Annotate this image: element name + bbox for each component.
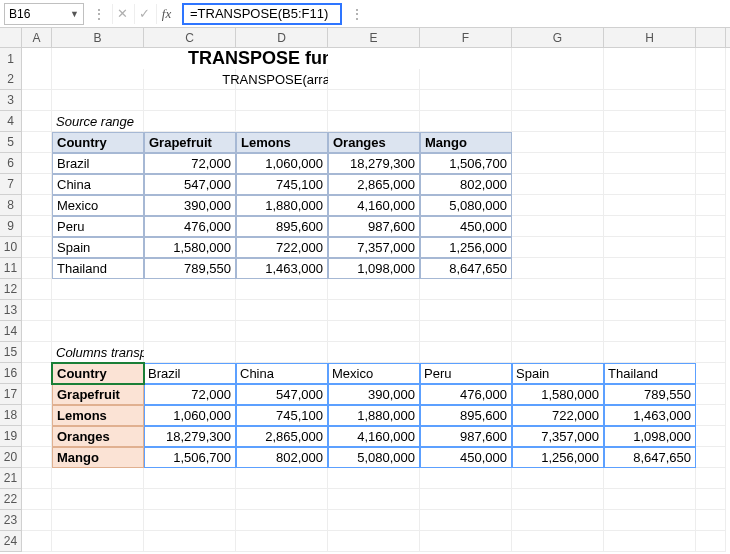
table-cell[interactable]: 547,000 bbox=[144, 174, 236, 195]
table-cell[interactable]: 476,000 bbox=[144, 216, 236, 237]
table-header[interactable]: Oranges bbox=[328, 132, 420, 153]
cell[interactable] bbox=[696, 195, 726, 216]
table-header[interactable]: Grapefruit bbox=[144, 132, 236, 153]
table-cell[interactable]: 745,100 bbox=[236, 405, 328, 426]
row-header[interactable]: 15 bbox=[0, 342, 22, 363]
cell[interactable] bbox=[512, 489, 604, 510]
row-header[interactable]: 11 bbox=[0, 258, 22, 279]
table-cell[interactable]: 8,647,650 bbox=[420, 258, 512, 279]
table-cell[interactable]: Brazil bbox=[144, 363, 236, 384]
cell[interactable] bbox=[22, 132, 52, 153]
table-cell[interactable]: 2,865,000 bbox=[236, 426, 328, 447]
table-cell[interactable]: 5,080,000 bbox=[328, 447, 420, 468]
table-cell[interactable]: 1,880,000 bbox=[236, 195, 328, 216]
cell[interactable] bbox=[144, 321, 236, 342]
cell[interactable] bbox=[22, 363, 52, 384]
cell[interactable] bbox=[696, 531, 726, 552]
cell[interactable] bbox=[420, 90, 512, 111]
page-title[interactable]: TRANSPOSE function bbox=[236, 48, 328, 70]
cell[interactable] bbox=[512, 531, 604, 552]
column-header[interactable]: G bbox=[512, 28, 604, 47]
table-cell[interactable]: 4,160,000 bbox=[328, 195, 420, 216]
table-cell[interactable]: 895,600 bbox=[236, 216, 328, 237]
cell[interactable] bbox=[604, 195, 696, 216]
cell[interactable] bbox=[696, 342, 726, 363]
fx-icon[interactable]: fx bbox=[156, 4, 176, 24]
cell[interactable] bbox=[512, 300, 604, 321]
table-cell[interactable]: 745,100 bbox=[236, 174, 328, 195]
table-cell[interactable]: 1,580,000 bbox=[144, 237, 236, 258]
table-cell[interactable]: 18,279,300 bbox=[144, 426, 236, 447]
cell[interactable] bbox=[236, 111, 328, 132]
cell[interactable] bbox=[144, 300, 236, 321]
table-cell[interactable]: Spain bbox=[512, 363, 604, 384]
cell[interactable] bbox=[236, 468, 328, 489]
cell[interactable] bbox=[696, 510, 726, 531]
cell[interactable] bbox=[420, 321, 512, 342]
table-cell[interactable]: 1,256,000 bbox=[512, 447, 604, 468]
subtitle[interactable]: TRANSPOSE(array) bbox=[236, 69, 328, 90]
table-cell[interactable]: China bbox=[236, 363, 328, 384]
cell[interactable] bbox=[52, 279, 144, 300]
column-header[interactable]: B bbox=[52, 28, 144, 47]
cell[interactable] bbox=[420, 531, 512, 552]
cell[interactable] bbox=[22, 216, 52, 237]
cell[interactable] bbox=[604, 237, 696, 258]
table-cell[interactable]: 7,357,000 bbox=[328, 237, 420, 258]
cell[interactable] bbox=[236, 300, 328, 321]
cell[interactable] bbox=[604, 153, 696, 174]
cell[interactable] bbox=[52, 510, 144, 531]
cell[interactable] bbox=[512, 321, 604, 342]
cell[interactable] bbox=[52, 300, 144, 321]
cell[interactable] bbox=[328, 279, 420, 300]
column-header-empty[interactable] bbox=[696, 28, 726, 47]
cell[interactable] bbox=[22, 468, 52, 489]
cell[interactable] bbox=[420, 342, 512, 363]
cell[interactable] bbox=[22, 237, 52, 258]
cell[interactable] bbox=[696, 363, 726, 384]
table-cell[interactable]: 72,000 bbox=[144, 153, 236, 174]
table-cell[interactable]: 72,000 bbox=[144, 384, 236, 405]
formula-input[interactable]: =TRANSPOSE(B5:F11) bbox=[182, 3, 342, 25]
cell[interactable] bbox=[696, 489, 726, 510]
cell[interactable] bbox=[236, 489, 328, 510]
cell[interactable] bbox=[604, 216, 696, 237]
table-cell[interactable]: 1,880,000 bbox=[328, 405, 420, 426]
row-header[interactable]: 10 bbox=[0, 237, 22, 258]
cell[interactable] bbox=[512, 216, 604, 237]
name-box[interactable]: B16 ▼ bbox=[4, 3, 84, 25]
cell[interactable] bbox=[420, 279, 512, 300]
cell[interactable] bbox=[236, 531, 328, 552]
row-header[interactable]: 4 bbox=[0, 111, 22, 132]
table-cell[interactable]: 895,600 bbox=[420, 405, 512, 426]
column-header[interactable]: A bbox=[22, 28, 52, 47]
table-cell[interactable]: 390,000 bbox=[144, 195, 236, 216]
cell[interactable] bbox=[420, 510, 512, 531]
row-header[interactable]: 16 bbox=[0, 363, 22, 384]
table-cell[interactable]: 5,080,000 bbox=[420, 195, 512, 216]
cell[interactable] bbox=[512, 237, 604, 258]
cell[interactable] bbox=[512, 90, 604, 111]
cell[interactable] bbox=[696, 174, 726, 195]
cell[interactable] bbox=[328, 48, 420, 70]
cell[interactable] bbox=[22, 69, 52, 90]
row-header[interactable]: 3 bbox=[0, 90, 22, 111]
cell[interactable] bbox=[696, 447, 726, 468]
table-row-header[interactable]: Grapefruit bbox=[52, 384, 144, 405]
table-cell[interactable]: 8,647,650 bbox=[604, 447, 696, 468]
cell[interactable] bbox=[512, 132, 604, 153]
table-cell[interactable]: 802,000 bbox=[420, 174, 512, 195]
cell[interactable] bbox=[22, 153, 52, 174]
table-row-header[interactable]: Lemons bbox=[52, 405, 144, 426]
table-row-header[interactable]: Oranges bbox=[52, 426, 144, 447]
cell[interactable] bbox=[22, 447, 52, 468]
cell[interactable] bbox=[512, 111, 604, 132]
cell[interactable] bbox=[696, 153, 726, 174]
table-cell[interactable]: 18,279,300 bbox=[328, 153, 420, 174]
cell[interactable] bbox=[604, 489, 696, 510]
confirm-icon[interactable]: ✓ bbox=[134, 4, 154, 24]
cell[interactable] bbox=[52, 69, 144, 90]
row-header[interactable]: 8 bbox=[0, 195, 22, 216]
cell[interactable] bbox=[52, 48, 144, 70]
cell[interactable] bbox=[144, 90, 236, 111]
